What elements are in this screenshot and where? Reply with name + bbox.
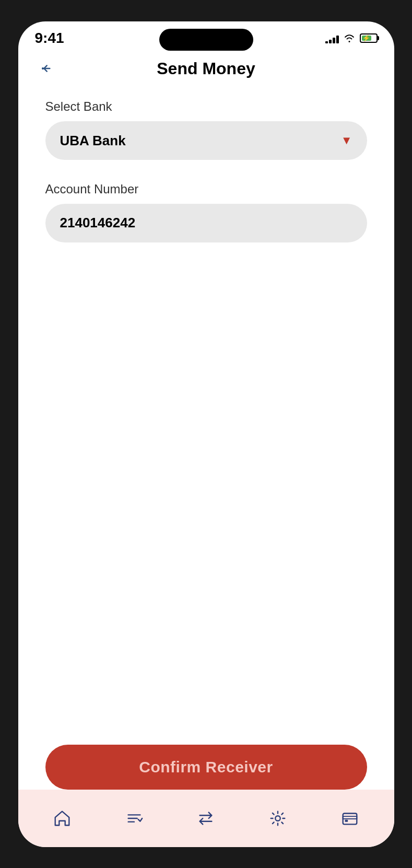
svg-rect-5 bbox=[343, 816, 357, 819]
home-nav-item[interactable] bbox=[40, 801, 84, 836]
main-content: Select Bank UBA Bank Access Bank GTBank … bbox=[18, 87, 394, 745]
bank-select[interactable]: UBA Bank Access Bank GTBank Zenith Bank … bbox=[45, 121, 367, 160]
page-header: Send Money bbox=[18, 51, 394, 87]
phone-frame: 9:41 ⚡ bbox=[0, 0, 412, 868]
spacer bbox=[45, 255, 367, 732]
bank-select-wrapper: UBA Bank Access Bank GTBank Zenith Bank … bbox=[45, 121, 367, 160]
status-icons: ⚡ bbox=[325, 33, 378, 43]
home-icon bbox=[51, 807, 74, 830]
settings-icon bbox=[266, 807, 289, 830]
status-time: 9:41 bbox=[35, 30, 64, 47]
status-bar: 9:41 ⚡ bbox=[18, 21, 394, 51]
list-icon bbox=[123, 807, 146, 830]
bottom-section: Confirm Receiver bbox=[18, 745, 394, 847]
transfer-icon bbox=[194, 807, 217, 830]
list-nav-item[interactable] bbox=[112, 801, 156, 836]
wallet-icon bbox=[338, 807, 361, 830]
page-title: Send Money bbox=[157, 59, 255, 78]
account-section: Account Number bbox=[45, 182, 367, 242]
back-button[interactable] bbox=[35, 57, 58, 80]
battery-icon: ⚡ bbox=[360, 33, 378, 43]
svg-point-3 bbox=[275, 816, 280, 821]
phone-screen: 9:41 ⚡ bbox=[18, 21, 394, 847]
wifi-icon bbox=[343, 33, 356, 43]
svg-rect-6 bbox=[345, 819, 348, 821]
transfer-nav-item[interactable] bbox=[184, 801, 228, 836]
account-number-input[interactable] bbox=[45, 204, 367, 242]
confirm-receiver-button[interactable]: Confirm Receiver bbox=[45, 745, 367, 790]
account-label: Account Number bbox=[45, 182, 367, 196]
bank-label: Select Bank bbox=[45, 99, 367, 114]
signal-icon bbox=[325, 33, 339, 43]
settings-nav-item[interactable] bbox=[256, 801, 300, 836]
bottom-nav bbox=[18, 790, 394, 847]
back-icon bbox=[38, 60, 55, 77]
dynamic-island bbox=[159, 29, 253, 51]
wallet-nav-item[interactable] bbox=[328, 801, 372, 836]
